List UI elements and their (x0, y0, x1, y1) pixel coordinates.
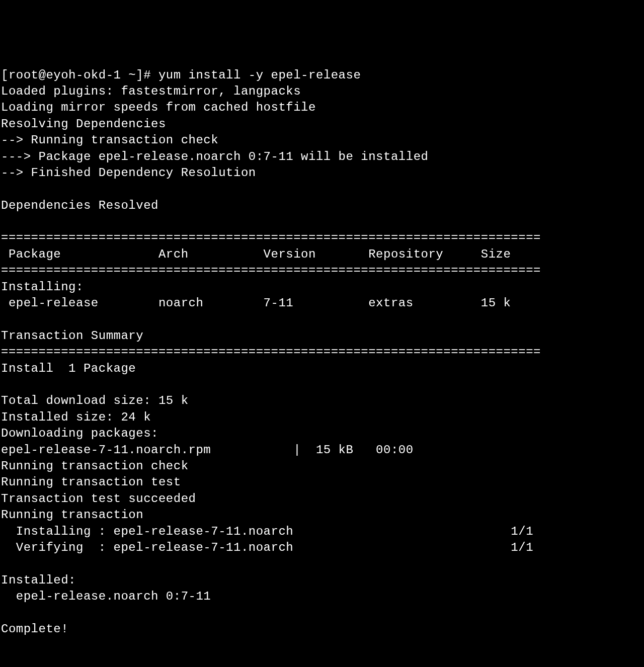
output-line: Running transaction check (1, 459, 189, 473)
output-line: Installed size: 24 k (1, 410, 151, 424)
shell-prompt: [root@eyoh-okd-1 ~]# (1, 68, 158, 82)
output-line: Running transaction test (1, 475, 181, 489)
output-line: Verifying : epel-release-7-11.noarch 1/1 (1, 541, 533, 554)
output-line: ---> Package epel-release.noarch 0:7-11 … (1, 150, 428, 163)
output-line: Loaded plugins: fastestmirror, langpacks (1, 85, 301, 98)
output-line: Complete! (1, 622, 68, 636)
output-line: Resolving Dependencies (1, 117, 166, 131)
output-line: Installing : epel-release-7-11.noarch 1/… (1, 525, 533, 538)
output-line: Downloading packages: (1, 427, 158, 440)
output-line: Installed: (1, 573, 76, 587)
output-line: Loading mirror speeds from cached hostfi… (1, 101, 316, 114)
output-line: epel-release.noarch 0:7-11 (1, 590, 211, 603)
terminal-output: [root@eyoh-okd-1 ~]# yum install -y epel… (1, 67, 643, 638)
output-line: Dependencies Resolved (1, 199, 158, 212)
divider-line: ========================================… (1, 231, 541, 244)
output-line: Installing: (1, 280, 84, 294)
table-row: epel-release noarch 7-11 extras 15 k (1, 296, 511, 310)
divider-line: ========================================… (1, 345, 541, 359)
output-line: --> Finished Dependency Resolution (1, 166, 256, 180)
output-line: Running transaction (1, 508, 143, 522)
output-line: epel-release-7-11.noarch.rpm | 15 kB 00:… (1, 443, 414, 457)
command-text: yum install -y epel-release (158, 68, 361, 82)
divider-line: ========================================… (1, 264, 541, 277)
output-line: Transaction Summary (1, 329, 143, 343)
output-line: Total download size: 15 k (1, 394, 189, 407)
table-header: Package Arch Version Repository Size (1, 247, 511, 261)
output-line: Install 1 Package (1, 362, 136, 375)
output-line: Transaction test succeeded (1, 492, 196, 506)
output-line: --> Running transaction check (1, 133, 218, 147)
